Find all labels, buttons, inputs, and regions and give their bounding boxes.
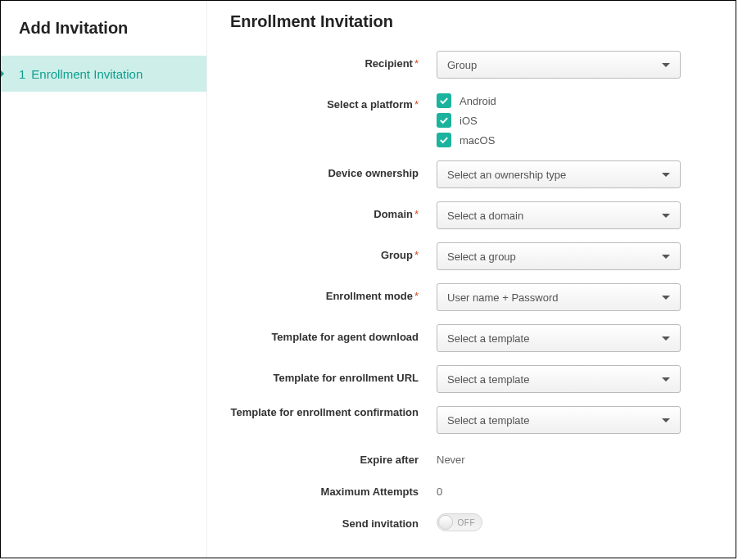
platform-macos-label: macOS [460, 134, 495, 147]
checkbox-macos[interactable] [437, 133, 451, 147]
platform-ios-label: iOS [460, 115, 478, 127]
checkbox-ios[interactable] [437, 113, 451, 128]
template-confirm-value: Select a template [447, 414, 529, 427]
caret-down-icon [662, 173, 670, 177]
step-number: 1 [19, 67, 25, 81]
enrollment-form: Recipient* Group Select a platform* Andr… [230, 51, 711, 531]
template-confirm-select[interactable]: Select a template [437, 406, 681, 434]
template-url-select[interactable]: Select a template [437, 365, 681, 393]
toggle-knob-icon [438, 515, 453, 530]
recipient-value: Group [447, 59, 477, 71]
caret-down-icon [662, 63, 670, 67]
domain-value: Select a domain [447, 210, 523, 222]
mode-select[interactable]: User name + Password [437, 283, 681, 311]
label-group: Group* [230, 242, 437, 261]
platform-android-label: Android [460, 95, 496, 107]
platform-checkbox-list: Android iOS macOS [437, 92, 711, 147]
page-title: Enrollment Invitation [230, 12, 711, 31]
label-ownership: Device ownership [230, 160, 437, 179]
caret-down-icon [662, 296, 670, 300]
attempts-value: 0 [437, 479, 711, 498]
ownership-select[interactable]: Select an ownership type [437, 160, 681, 188]
label-send: Send invitation [230, 511, 437, 530]
mode-value: User name + Password [447, 291, 558, 304]
recipient-select[interactable]: Group [437, 51, 681, 79]
sidebar-step-enrollment[interactable]: 1 Enrollment Invitation [1, 56, 206, 92]
label-domain: Domain* [230, 201, 437, 220]
main-panel: Enrollment Invitation Recipient* Group S… [207, 1, 736, 558]
caret-down-icon [662, 255, 670, 259]
label-attempts: Maximum Attempts [230, 479, 437, 498]
step-indicator-icon [0, 70, 4, 78]
sidebar: Add Invitation 1 Enrollment Invitation [1, 1, 207, 558]
group-select[interactable]: Select a group [437, 242, 681, 270]
group-value: Select a group [447, 251, 516, 263]
template-agent-select[interactable]: Select a template [437, 324, 681, 352]
label-platform: Select a platform* [230, 92, 437, 111]
label-template-confirm: Template for enrollment confirmation [230, 406, 437, 418]
template-agent-value: Select a template [447, 332, 529, 345]
label-expire: Expire after [230, 447, 437, 466]
toggle-state: OFF [458, 518, 476, 527]
label-recipient: Recipient* [230, 51, 437, 70]
expire-value: Never [437, 447, 711, 466]
domain-select[interactable]: Select a domain [437, 201, 681, 229]
template-url-value: Select a template [447, 373, 529, 386]
label-mode: Enrollment mode* [230, 283, 437, 302]
step-label: Enrollment Invitation [31, 67, 143, 81]
caret-down-icon [662, 377, 670, 382]
label-template-agent: Template for agent download [230, 324, 437, 343]
ownership-value: Select an ownership type [447, 169, 566, 181]
checkbox-android[interactable] [437, 93, 451, 108]
sidebar-title: Add Invitation [1, 11, 206, 56]
caret-down-icon [662, 336, 670, 341]
send-invitation-toggle[interactable]: OFF [437, 513, 482, 531]
caret-down-icon [662, 214, 670, 218]
label-template-url: Template for enrollment URL [230, 365, 437, 384]
caret-down-icon [662, 418, 670, 422]
app-frame: Add Invitation 1 Enrollment Invitation E… [0, 0, 736, 558]
